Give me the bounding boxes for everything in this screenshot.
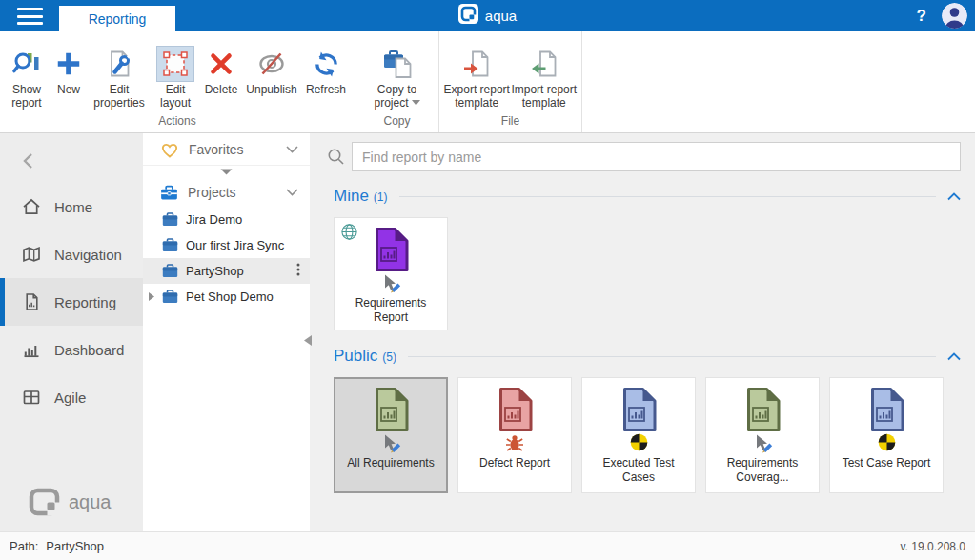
plus-icon [54, 46, 83, 82]
section-count: (5) [382, 350, 396, 364]
project-item-our-first-jira-sync[interactable]: Our first Jira Sync [143, 232, 310, 258]
report-card-test-case-report[interactable]: Test Case Report [829, 377, 944, 493]
report-document-icon [20, 291, 42, 312]
report-card-name: Requirements Coverag... [706, 456, 819, 485]
report-card-name: Executed Test Cases [582, 456, 695, 485]
collapse-tree-arrow-icon[interactable] [304, 335, 312, 346]
report-document-icon [372, 227, 410, 272]
report-card-name: Requirements Report [335, 296, 447, 325]
grid-board-icon [20, 387, 42, 408]
sidebar-item-label: Home [54, 199, 92, 215]
sidebar-item-reporting[interactable]: Reporting [0, 278, 143, 326]
section-title: Mine [334, 187, 369, 206]
refresh-button[interactable]: Refresh [301, 31, 351, 97]
project-item-pet-shop-demo[interactable]: Pet Shop Demo [143, 284, 310, 310]
favorites-header[interactable]: Favorites [143, 133, 310, 165]
report-card-requirements-report[interactable]: Requirements Report [334, 217, 448, 330]
chevron-down-icon[interactable] [286, 146, 298, 153]
report-card-name: Test Case Report [839, 456, 935, 470]
help-button[interactable]: ? [917, 7, 926, 26]
kebab-menu-icon[interactable] [287, 263, 310, 279]
mine-cards-row: Requirements Report [334, 217, 975, 330]
projects-label: Projects [188, 185, 286, 200]
project-item-label: Our first Jira Sync [186, 238, 310, 252]
test-wheel-icon [630, 433, 648, 455]
export-icon [461, 46, 492, 82]
sidebar-item-dashboard[interactable]: Dashboard [0, 326, 143, 373]
section-header-public: Public (5) [334, 347, 961, 366]
edit-layout-icon [156, 46, 194, 82]
heart-icon [160, 141, 179, 158]
project-tree-panel: Favorites Projects Jira Demo [143, 133, 310, 531]
hamburger-menu-icon[interactable] [17, 8, 43, 25]
report-card-all-requirements[interactable]: All Requirements [334, 377, 448, 493]
briefcase-solid-icon [162, 264, 178, 278]
ribbon-group-file: Export report template Import report tem… [439, 31, 582, 132]
search-icon [327, 148, 345, 166]
published-globe-icon [341, 224, 357, 244]
show-report-button[interactable]: Show report [4, 31, 50, 110]
report-card-name: All Requirements [343, 456, 437, 470]
map-icon [20, 244, 42, 265]
bar-chart-icon [20, 339, 42, 360]
export-report-template-button[interactable]: Export report template [443, 31, 511, 110]
chevron-left-icon [23, 152, 33, 170]
search-input[interactable] [352, 142, 961, 171]
section-divider [408, 356, 936, 357]
user-avatar[interactable] [942, 3, 967, 29]
sidebar-item-agile[interactable]: Agile [0, 373, 143, 421]
briefcase-solid-icon [162, 238, 178, 252]
collapse-section-button[interactable] [947, 192, 961, 201]
tab-reporting[interactable]: Reporting [59, 6, 175, 31]
project-item-jira-demo[interactable]: Jira Demo [143, 207, 310, 232]
show-report-icon [11, 46, 42, 82]
tab-reporting-label: Reporting [89, 11, 147, 27]
aqua-logo-gray-icon [29, 488, 61, 516]
favorites-splitter-handle[interactable] [143, 165, 310, 178]
report-card-requirements-coverage[interactable]: Requirements Coverag... [705, 377, 820, 493]
section-title: Public [334, 347, 377, 366]
public-cards-row: All Requirements Defect Report [334, 377, 975, 493]
import-report-template-button[interactable]: Import report template [511, 31, 579, 110]
sidebar-item-navigation[interactable]: Navigation [0, 230, 143, 278]
briefcase-solid-icon [162, 212, 178, 227]
project-item-label: Pet Shop Demo [186, 290, 310, 304]
edit-cursor-icon [379, 433, 402, 455]
report-document-icon [867, 387, 905, 432]
refresh-icon [312, 46, 341, 82]
status-bar: Path: PartyShop v. 19.0.208.0 [0, 531, 975, 560]
report-card-executed-test-cases[interactable]: Executed Test Cases [581, 377, 696, 493]
ribbon-group-copy: Copy to project Copy [355, 31, 439, 132]
project-item-label: PartyShop [186, 264, 287, 278]
edit-cursor-icon [379, 273, 402, 295]
unpublish-button[interactable]: Unpublish [242, 31, 301, 97]
delete-button[interactable]: Delete [200, 31, 242, 97]
sidebar-item-label: Navigation [54, 247, 122, 263]
collapse-sidebar-button[interactable] [0, 147, 143, 175]
expand-arrow-icon[interactable] [149, 292, 154, 301]
sidebar-item-home[interactable]: Home [0, 183, 143, 230]
report-document-icon [743, 387, 782, 432]
dropdown-caret-icon [412, 100, 420, 106]
section-divider [399, 196, 936, 197]
chevron-up-icon [947, 352, 961, 361]
sidebar: Home Navigation Reportin [0, 133, 143, 531]
report-card-defect-report[interactable]: Defect Report [457, 377, 572, 493]
report-document-icon [372, 387, 410, 432]
collapse-section-button[interactable] [947, 352, 961, 361]
edit-properties-icon [104, 46, 134, 82]
edit-cursor-icon [751, 433, 774, 455]
ribbon-group-label-file: File [439, 114, 581, 128]
home-icon [20, 196, 42, 217]
app-title: aqua [485, 8, 517, 24]
copy-to-project-button[interactable]: Copy to project [363, 31, 432, 110]
projects-header[interactable]: Projects [143, 178, 310, 207]
edit-layout-button[interactable]: Edit layout [151, 31, 200, 110]
edit-properties-button[interactable]: Edit properties [88, 31, 151, 110]
unpublish-eye-icon [256, 46, 287, 82]
project-item-partyshop[interactable]: PartyShop [143, 258, 310, 284]
briefcase-solid-icon [162, 290, 178, 304]
new-button[interactable]: New [50, 31, 88, 97]
chevron-down-icon[interactable] [286, 189, 298, 196]
delete-x-icon [207, 46, 235, 82]
